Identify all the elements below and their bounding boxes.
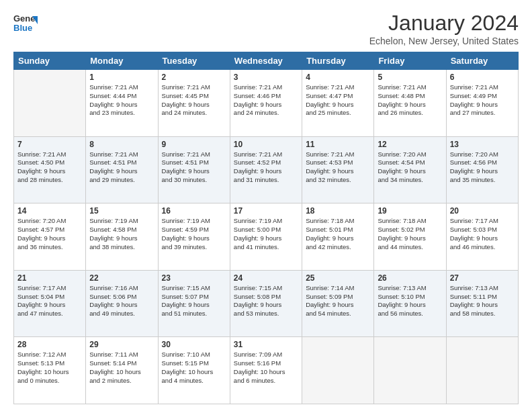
day-number: 17 — [234, 206, 298, 216]
table-row: 13Sunrise: 7:20 AMSunset: 4:56 PMDayligh… — [446, 136, 518, 203]
month-title: January 2024 — [369, 11, 519, 36]
day-info: Sunrise: 7:18 AMSunset: 5:01 PMDaylight:… — [306, 217, 370, 251]
day-info: Sunrise: 7:13 AMSunset: 5:10 PMDaylight:… — [378, 284, 442, 318]
table-row — [302, 337, 374, 404]
day-number: 23 — [162, 273, 226, 283]
day-number: 4 — [306, 73, 370, 82]
table-row: 18Sunrise: 7:18 AMSunset: 5:01 PMDayligh… — [302, 203, 374, 271]
table-row: 4Sunrise: 7:21 AMSunset: 4:47 PMDaylight… — [302, 70, 374, 137]
day-number: 13 — [450, 140, 515, 149]
table-row: 5Sunrise: 7:21 AMSunset: 4:48 PMDaylight… — [374, 70, 446, 137]
calendar-row: 28Sunrise: 7:12 AMSunset: 5:13 PMDayligh… — [14, 337, 519, 404]
day-info: Sunrise: 7:19 AMSunset: 4:59 PMDaylight:… — [162, 217, 226, 251]
table-row: 19Sunrise: 7:18 AMSunset: 5:02 PMDayligh… — [374, 203, 446, 271]
day-number: 11 — [306, 140, 370, 149]
col-sat: Saturday — [446, 52, 518, 70]
calendar-row: 7Sunrise: 7:21 AMSunset: 4:50 PMDaylight… — [14, 136, 519, 203]
col-tue: Tuesday — [158, 52, 230, 70]
col-thu: Thursday — [302, 52, 374, 70]
header-row: Sunday Monday Tuesday Wednesday Thursday… — [14, 52, 519, 70]
table-row: 6Sunrise: 7:21 AMSunset: 4:49 PMDaylight… — [446, 70, 518, 137]
table-row: 29Sunrise: 7:11 AMSunset: 5:14 PMDayligh… — [86, 337, 158, 404]
day-info: Sunrise: 7:21 AMSunset: 4:52 PMDaylight:… — [234, 150, 298, 185]
location: Echelon, New Jersey, United States — [369, 36, 519, 46]
calendar-row: 1Sunrise: 7:21 AMSunset: 4:44 PMDaylight… — [14, 70, 519, 137]
table-row: 1Sunrise: 7:21 AMSunset: 4:44 PMDaylight… — [86, 70, 158, 137]
day-number: 6 — [450, 73, 515, 82]
table-row: 7Sunrise: 7:21 AMSunset: 4:50 PMDaylight… — [14, 136, 86, 203]
col-mon: Monday — [86, 52, 158, 70]
header: General Blue January 2024 Echelon, New J… — [13, 11, 519, 46]
col-sun: Sunday — [14, 52, 86, 70]
day-number: 16 — [162, 206, 226, 216]
calendar-row: 21Sunrise: 7:17 AMSunset: 5:04 PMDayligh… — [14, 270, 519, 337]
day-info: Sunrise: 7:16 AMSunset: 5:06 PMDaylight:… — [89, 284, 154, 318]
day-info: Sunrise: 7:14 AMSunset: 5:09 PMDaylight:… — [306, 284, 370, 318]
day-info: Sunrise: 7:11 AMSunset: 5:14 PMDaylight:… — [89, 351, 154, 385]
day-number: 31 — [234, 340, 298, 349]
table-row — [446, 337, 518, 404]
day-number: 24 — [234, 273, 298, 283]
table-row: 11Sunrise: 7:21 AMSunset: 4:53 PMDayligh… — [302, 136, 374, 203]
day-info: Sunrise: 7:20 AMSunset: 4:57 PMDaylight:… — [17, 217, 82, 251]
day-info: Sunrise: 7:15 AMSunset: 5:08 PMDaylight:… — [234, 284, 298, 318]
day-number: 27 — [450, 273, 515, 283]
day-number: 2 — [162, 73, 226, 82]
table-row: 16Sunrise: 7:19 AMSunset: 4:59 PMDayligh… — [158, 203, 230, 271]
table-row: 2Sunrise: 7:21 AMSunset: 4:45 PMDaylight… — [158, 70, 230, 137]
day-info: Sunrise: 7:21 AMSunset: 4:49 PMDaylight:… — [450, 83, 515, 118]
day-number: 25 — [306, 273, 370, 283]
day-number: 30 — [162, 340, 226, 349]
day-info: Sunrise: 7:21 AMSunset: 4:47 PMDaylight:… — [306, 83, 370, 118]
day-number: 12 — [378, 140, 442, 149]
table-row: 31Sunrise: 7:09 AMSunset: 5:16 PMDayligh… — [230, 337, 302, 404]
table-row: 10Sunrise: 7:21 AMSunset: 4:52 PMDayligh… — [230, 136, 302, 203]
day-info: Sunrise: 7:21 AMSunset: 4:51 PMDaylight:… — [162, 150, 226, 185]
calendar-table: Sunday Monday Tuesday Wednesday Thursday… — [13, 52, 519, 404]
day-number: 9 — [162, 140, 226, 149]
day-info: Sunrise: 7:18 AMSunset: 5:02 PMDaylight:… — [378, 217, 442, 251]
table-row — [14, 70, 86, 137]
day-info: Sunrise: 7:15 AMSunset: 5:07 PMDaylight:… — [162, 284, 226, 318]
day-number: 22 — [89, 273, 154, 283]
day-info: Sunrise: 7:17 AMSunset: 5:04 PMDaylight:… — [17, 284, 82, 318]
table-row: 17Sunrise: 7:19 AMSunset: 5:00 PMDayligh… — [230, 203, 302, 271]
day-info: Sunrise: 7:21 AMSunset: 4:46 PMDaylight:… — [234, 83, 298, 118]
col-fri: Friday — [374, 52, 446, 70]
svg-text:Blue: Blue — [13, 23, 32, 33]
day-info: Sunrise: 7:21 AMSunset: 4:50 PMDaylight:… — [17, 150, 82, 185]
day-info: Sunrise: 7:10 AMSunset: 5:15 PMDaylight:… — [162, 351, 226, 385]
day-info: Sunrise: 7:21 AMSunset: 4:44 PMDaylight:… — [89, 83, 154, 118]
table-row: 8Sunrise: 7:21 AMSunset: 4:51 PMDaylight… — [86, 136, 158, 203]
table-row: 21Sunrise: 7:17 AMSunset: 5:04 PMDayligh… — [14, 270, 86, 337]
day-info: Sunrise: 7:19 AMSunset: 4:58 PMDaylight:… — [89, 217, 154, 251]
day-number: 28 — [17, 340, 82, 349]
calendar-row: 14Sunrise: 7:20 AMSunset: 4:57 PMDayligh… — [14, 203, 519, 271]
day-info: Sunrise: 7:21 AMSunset: 4:53 PMDaylight:… — [306, 150, 370, 185]
table-row: 26Sunrise: 7:13 AMSunset: 5:10 PMDayligh… — [374, 270, 446, 337]
table-row: 9Sunrise: 7:21 AMSunset: 4:51 PMDaylight… — [158, 136, 230, 203]
day-info: Sunrise: 7:12 AMSunset: 5:13 PMDaylight:… — [17, 351, 82, 385]
table-row: 28Sunrise: 7:12 AMSunset: 5:13 PMDayligh… — [14, 337, 86, 404]
day-number: 19 — [378, 206, 442, 216]
table-row: 20Sunrise: 7:17 AMSunset: 5:03 PMDayligh… — [446, 203, 518, 271]
day-number: 29 — [89, 340, 154, 349]
table-row: 30Sunrise: 7:10 AMSunset: 5:15 PMDayligh… — [158, 337, 230, 404]
table-row: 27Sunrise: 7:13 AMSunset: 5:11 PMDayligh… — [446, 270, 518, 337]
day-number: 1 — [89, 73, 154, 82]
day-number: 7 — [17, 140, 82, 149]
day-info: Sunrise: 7:21 AMSunset: 4:48 PMDaylight:… — [378, 83, 442, 118]
table-row: 12Sunrise: 7:20 AMSunset: 4:54 PMDayligh… — [374, 136, 446, 203]
day-number: 18 — [306, 206, 370, 216]
day-info: Sunrise: 7:09 AMSunset: 5:16 PMDaylight:… — [234, 351, 298, 385]
table-row: 22Sunrise: 7:16 AMSunset: 5:06 PMDayligh… — [86, 270, 158, 337]
day-number: 3 — [234, 73, 298, 82]
day-number: 10 — [234, 140, 298, 149]
day-info: Sunrise: 7:20 AMSunset: 4:54 PMDaylight:… — [378, 150, 442, 185]
day-info: Sunrise: 7:20 AMSunset: 4:56 PMDaylight:… — [450, 150, 515, 185]
day-number: 20 — [450, 206, 515, 216]
logo-icon: General Blue — [13, 11, 38, 35]
day-number: 5 — [378, 73, 442, 82]
day-info: Sunrise: 7:21 AMSunset: 4:45 PMDaylight:… — [162, 83, 226, 118]
day-number: 21 — [17, 273, 82, 283]
